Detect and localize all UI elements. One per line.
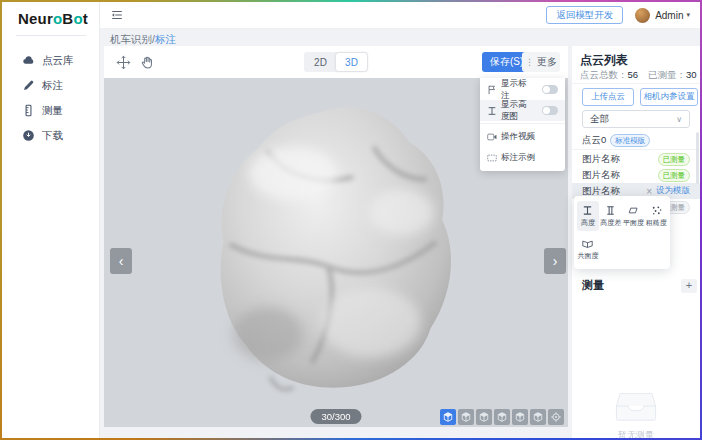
measured-count-value: 30: [686, 69, 697, 82]
tool-roughness[interactable]: 粗糙度: [645, 201, 667, 231]
sidebar-item-download[interactable]: 下载: [2, 123, 100, 148]
sidebar: NeuroBot 点云库 标注 测量 下载: [2, 2, 100, 438]
user-caret-down-icon[interactable]: ▾: [686, 11, 690, 19]
sidebar-item-label: 下载: [42, 129, 63, 143]
sidebar-item-annotate[interactable]: 标注: [2, 73, 100, 98]
app-window: NeuroBot 点云库 标注 测量 下载: [0, 0, 702, 440]
cube-icon: [478, 411, 490, 423]
move-tool-icon[interactable]: [116, 55, 131, 70]
measured-status-badge: 已测量: [658, 153, 691, 166]
view-cube-front-button[interactable]: [458, 409, 474, 425]
add-measure-button[interactable]: +: [681, 279, 697, 293]
view-2d-option[interactable]: 2D: [305, 53, 336, 71]
sidebar-item-label: 测量: [42, 104, 63, 118]
download-icon: [22, 129, 35, 142]
tool-height-difference[interactable]: 高度差: [600, 201, 622, 231]
view-cube-iso-button[interactable]: [440, 409, 456, 425]
image-list-item[interactable]: 图片名称 已测量: [572, 167, 700, 183]
tool-label: 共面度: [577, 251, 598, 261]
total-count-label: 点云总数：: [580, 69, 628, 82]
dashed-rect-icon: [487, 153, 497, 163]
empty-state-text: 暂无测量: [572, 429, 700, 438]
menu-item-label: 标注示例: [501, 152, 535, 164]
view-cube-back-button[interactable]: [476, 409, 492, 425]
sidebar-item-pointcloud-library[interactable]: 点云库: [2, 48, 100, 73]
menu-item-show-heightmap[interactable]: 显示高度图: [480, 100, 565, 121]
height-icon: [487, 106, 497, 116]
breadcrumb: 机车识别/标注: [110, 33, 176, 47]
back-to-model-dev-button[interactable]: 返回模型开发: [546, 6, 623, 24]
panel-buttons: 上传点云 相机内参设置: [582, 88, 698, 106]
canvas-toolbar: 2D 3D 保存(S) ⋮更多: [104, 46, 568, 78]
measured-count-label: 已测量：: [648, 69, 686, 82]
menu-item-label: 操作视频: [501, 131, 535, 143]
more-dropdown-menu: 显示标注 显示高度图 操作视频 标注示例: [480, 78, 565, 171]
view-cube-left-button[interactable]: [494, 409, 510, 425]
image-name: 图片名称: [582, 169, 620, 182]
menu-item-tutorial-video[interactable]: 操作视频: [480, 126, 565, 147]
logo-divider: [16, 35, 86, 36]
view-cube-top-button[interactable]: [530, 409, 546, 425]
show-heightmap-toggle[interactable]: [542, 106, 558, 115]
filter-select[interactable]: 全部 ∨: [582, 110, 690, 128]
sidebar-item-label: 点云库: [42, 54, 74, 68]
pointcloud-name: 点云0: [582, 134, 606, 147]
image-counter-badge: 30/300: [310, 409, 361, 424]
template-tag: 标准模版: [610, 134, 650, 147]
panel-scrollbar[interactable]: [696, 132, 699, 184]
vertical-dots-icon: ⋮: [525, 57, 534, 67]
open-book-icon: [582, 238, 593, 249]
pen-icon: [22, 79, 35, 92]
avatar[interactable]: [635, 8, 650, 23]
reset-view-button[interactable]: [548, 409, 564, 425]
tool-flatness[interactable]: 平面度: [623, 201, 645, 231]
app-background: NeuroBot 点云库 标注 测量 下载: [2, 2, 700, 438]
view-3d-option[interactable]: 3D: [336, 53, 367, 71]
measure-tools-panel: 高度 高度差 平面度 粗糙度 共面度: [574, 196, 670, 269]
chevron-down-icon: ∨: [676, 115, 682, 124]
crosshair-icon: [550, 411, 562, 423]
tool-label: 粗糙度: [646, 218, 667, 228]
panel-stats: 点云总数：56 已测量：30: [580, 69, 697, 82]
app-logo[interactable]: NeuroBot: [18, 10, 88, 27]
camera-intrinsics-button[interactable]: 相机内参设置: [640, 88, 698, 106]
close-icon[interactable]: ×: [646, 186, 652, 197]
show-annotations-toggle[interactable]: [542, 85, 558, 94]
tooth-model: [184, 98, 476, 398]
flag-icon: [487, 85, 497, 95]
next-image-button[interactable]: ›: [544, 248, 566, 274]
panel-title: 点云列表: [580, 52, 628, 69]
user-name[interactable]: Admin: [655, 10, 683, 21]
previous-image-button[interactable]: ‹: [110, 248, 132, 274]
dots-icon: [651, 205, 662, 216]
ruler-icon: [22, 104, 35, 117]
breadcrumb-parent[interactable]: 机车识别: [110, 33, 152, 45]
tool-coplanarity[interactable]: 共面度: [577, 234, 599, 264]
view-cube-right-button[interactable]: [512, 409, 528, 425]
height-diff-icon: [605, 205, 616, 216]
cube-icon: [460, 411, 472, 423]
parallelogram-icon: [628, 205, 639, 216]
height-icon: [582, 205, 593, 216]
cube-icon: [532, 411, 544, 423]
menu-divider: [480, 123, 565, 124]
view-orientation-bar: [440, 409, 564, 425]
pan-hand-icon[interactable]: [140, 55, 155, 70]
image-list-item[interactable]: 图片名称 已测量: [572, 151, 700, 167]
cube-icon: [442, 411, 454, 423]
menu-item-show-annotations[interactable]: 显示标注: [480, 79, 565, 100]
pointcloud-group-row[interactable]: 点云0 标准模版: [582, 134, 650, 147]
divider: [572, 83, 700, 84]
pointcloud-list-panel: 点云列表 点云总数：56 已测量：30 上传点云 相机内参设置 全部 ∨ 点云0…: [572, 46, 700, 438]
tool-height[interactable]: 高度: [577, 201, 599, 231]
measure-section-title: 测量: [582, 278, 604, 293]
menu-item-annotation-example[interactable]: 标注示例: [480, 147, 565, 168]
collapse-menu-icon[interactable]: [110, 8, 124, 22]
measured-status-badge: 已测量: [658, 169, 691, 182]
view-mode-toggle: 2D 3D: [304, 52, 368, 72]
more-button[interactable]: ⋮更多: [522, 52, 560, 72]
upload-pointcloud-button[interactable]: 上传点云: [582, 88, 634, 106]
sidebar-item-measure[interactable]: 测量: [2, 98, 100, 123]
empty-state: 暂无测量: [572, 390, 700, 438]
more-label: 更多: [537, 55, 557, 69]
